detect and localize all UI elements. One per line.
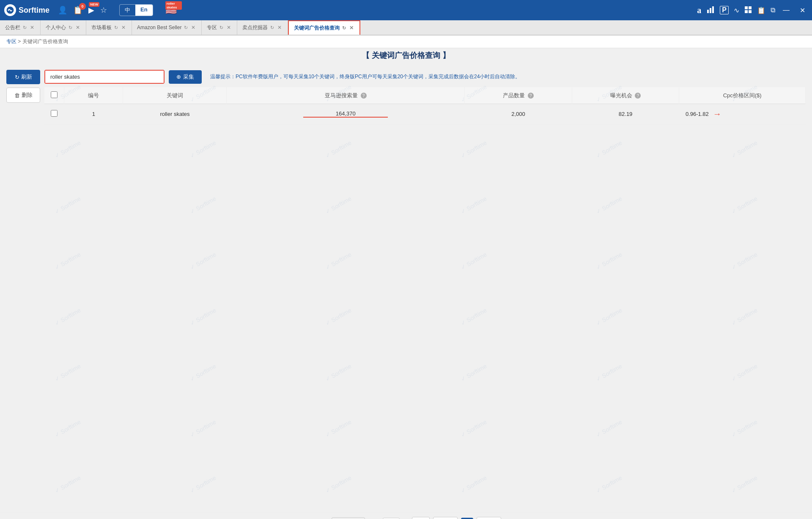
minimize-button[interactable]: — xyxy=(780,5,792,15)
content-wrapper: 【 关键词广告价格查询 】 ✓ Sorftime✓ Sorftime✓ Sorf… xyxy=(0,48,812,519)
breadcrumb: 专区 > 关键词广告价格查询 xyxy=(0,36,812,48)
tab-bestseller-close[interactable]: ✕ xyxy=(190,25,196,30)
flag-new-badge: roller skates xyxy=(165,1,182,10)
notice-text: 温馨提示：PC软件年费版用户，可每天采集10个关键词，终身版PC用户可每天采集2… xyxy=(206,73,806,80)
tab-keyword-refresh[interactable]: ↻ xyxy=(342,25,346,31)
parking-icon[interactable]: P xyxy=(720,6,729,14)
col-search-volume: 亚马逊搜索量 ? xyxy=(227,87,465,104)
star-icon[interactable]: ☆ xyxy=(100,5,107,15)
tab-miner-close[interactable]: ✕ xyxy=(277,25,283,30)
svg-rect-8 xyxy=(749,10,752,13)
tab-market[interactable]: 市场看板 ↻ ✕ xyxy=(86,20,132,35)
tab-zone-close[interactable]: ✕ xyxy=(226,25,232,30)
pagination-bar: 共 1 条 10 条/页 20 条/页 50 条/页 到第 页 确定 上一页 1… xyxy=(0,512,812,519)
page-title: 【 关键词广告价格查询 】 xyxy=(0,48,812,60)
product-count-help-icon[interactable]: ? xyxy=(528,93,534,99)
svg-rect-5 xyxy=(745,6,748,9)
tab-personal-close[interactable]: ✕ xyxy=(75,25,81,30)
row-1-cpc: 0.96-1.82 → xyxy=(679,104,806,124)
amazon-icon[interactable]: a xyxy=(697,5,701,15)
row-1-keyword: roller skates xyxy=(123,104,227,124)
tab-personal[interactable]: 个人中心 ↻ ✕ xyxy=(41,20,86,35)
svg-rect-7 xyxy=(745,10,748,13)
svg-rect-2 xyxy=(707,10,709,13)
tab-bulletin-close[interactable]: ✕ xyxy=(29,25,35,30)
tab-bestseller-refresh[interactable]: ↻ xyxy=(184,25,188,30)
close-button[interactable]: ✕ xyxy=(797,5,808,15)
keyword-table: 编号 关键词 亚马逊搜索量 ? 产品数量 ? xyxy=(44,87,806,124)
row-1-id: 1 xyxy=(64,104,123,124)
col-checkbox xyxy=(44,87,64,104)
tab-bulletin[interactable]: 公告栏 ↻ ✕ xyxy=(0,20,41,35)
col-exposure: 曝光机会 ? xyxy=(572,87,679,104)
logo-icon xyxy=(4,4,16,16)
tab-market-refresh[interactable]: ↻ xyxy=(114,25,118,30)
chart-icon[interactable] xyxy=(706,5,715,15)
tab-personal-label: 个人中心 xyxy=(46,24,66,31)
breadcrumb-separator: > xyxy=(18,38,22,44)
page-confirm-button[interactable]: 确定 xyxy=(412,517,430,519)
tab-bestseller-label: Amazon Best Seller xyxy=(137,25,181,30)
title-bar-icons: 👤 📋 0 ▶ NEW ☆ 中 En 🇺🇸 roller skates xyxy=(58,4,697,16)
breadcrumb-zone-link[interactable]: 专区 xyxy=(6,38,16,44)
tab-bulletin-label: 公告栏 xyxy=(5,24,20,31)
tab-personal-refresh[interactable]: ↻ xyxy=(69,25,72,30)
tab-bestseller[interactable]: Amazon Best Seller ↻ ✕ xyxy=(132,20,202,35)
col-keyword: 关键词 xyxy=(123,87,227,104)
tab-zone-refresh[interactable]: ↻ xyxy=(219,25,223,30)
refresh-icon: ↻ xyxy=(15,74,19,80)
refresh-button[interactable]: ↻ 刷新 xyxy=(6,70,40,84)
flag-us-icon[interactable]: 🇺🇸 roller skates xyxy=(165,5,177,16)
next-page-button[interactable]: 下一页 xyxy=(477,517,501,519)
tab-zone-label: 专区 xyxy=(207,24,217,31)
lang-en-button[interactable]: En xyxy=(135,5,153,16)
breadcrumb-current: 关键词广告价格查询 xyxy=(22,38,68,44)
row-1-checkbox[interactable] xyxy=(51,110,58,117)
pulse-icon[interactable]: ∿ xyxy=(734,6,739,14)
doc-icon[interactable]: 📋 xyxy=(757,6,765,14)
cpc-arrow-row: 0.96-1.82 → xyxy=(686,109,799,119)
collect-button[interactable]: ⊕ 采集 xyxy=(169,70,202,84)
table-row: 1 roller skates 164,370 2,000 xyxy=(44,104,806,124)
new-badge: NEW xyxy=(89,2,99,7)
svg-rect-3 xyxy=(710,8,711,13)
delete-button[interactable]: 🗑 删除 xyxy=(6,88,40,103)
grid-icon[interactable] xyxy=(744,6,752,15)
tab-miner-label: 卖点挖掘器 xyxy=(242,24,268,31)
tab-miner[interactable]: 卖点挖掘器 ↻ ✕ xyxy=(237,20,288,35)
prev-page-button[interactable]: 上一页 xyxy=(433,517,458,519)
table-header-row: 编号 关键词 亚马逊搜索量 ? 产品数量 ? xyxy=(44,87,806,104)
lang-zh-button[interactable]: 中 xyxy=(120,5,135,16)
delete-icon: 🗑 xyxy=(14,92,20,99)
row-checkbox-cell xyxy=(44,104,64,124)
row-1-product-count: 2,000 xyxy=(465,104,572,124)
tab-bar: 公告栏 ↻ ✕ 个人中心 ↻ ✕ 市场看板 ↻ ✕ Amazon Best Se… xyxy=(0,20,812,36)
tab-keyword-close[interactable]: ✕ xyxy=(348,25,354,31)
page-1-button[interactable]: 1 xyxy=(461,518,473,519)
exposure-help-icon[interactable]: ? xyxy=(635,93,641,99)
per-page-select[interactable]: 10 条/页 20 条/页 50 条/页 xyxy=(332,517,365,519)
goto-page-input[interactable] xyxy=(383,518,400,519)
tab-market-label: 市场看板 xyxy=(91,24,112,31)
red-underline xyxy=(303,117,388,118)
notification-icon[interactable]: 📋 0 xyxy=(73,5,82,15)
search-input-wrapper xyxy=(44,70,165,84)
tab-market-close[interactable]: ✕ xyxy=(121,25,126,30)
tab-zone[interactable]: 专区 ↻ ✕ xyxy=(202,20,237,35)
search-area: ⊕ 采集 温馨提示：PC软件年费版用户，可每天采集10个关键词，终身版PC用户可… xyxy=(44,70,806,84)
tab-bulletin-refresh[interactable]: ↻ xyxy=(23,25,27,30)
col-cpc: Cpc价格区间($) xyxy=(679,87,806,104)
restore-icon[interactable]: ⧉ xyxy=(771,6,775,14)
tab-keyword[interactable]: 关键词广告价格查询 ↻ ✕ xyxy=(288,20,360,35)
title-bar: Sorftime 👤 📋 0 ▶ NEW ☆ 中 En 🇺🇸 roller sk… xyxy=(0,0,812,20)
row-1-exposure: 82.19 xyxy=(572,104,679,124)
user-icon[interactable]: 👤 xyxy=(58,5,67,15)
video-icon[interactable]: ▶ NEW xyxy=(88,5,94,15)
title-bar-right: a P ∿ 📋 ⧉ — ✕ xyxy=(697,5,808,15)
keyword-search-input[interactable] xyxy=(45,71,164,83)
select-all-checkbox[interactable] xyxy=(51,91,58,98)
tab-miner-refresh[interactable]: ↻ xyxy=(270,25,274,30)
search-volume-help-icon[interactable]: ? xyxy=(361,93,367,99)
search-and-table: ✓ Sorftime✓ Sorftime✓ Sorftime✓ Sorftime… xyxy=(0,66,812,512)
collect-icon: ⊕ xyxy=(176,74,181,80)
